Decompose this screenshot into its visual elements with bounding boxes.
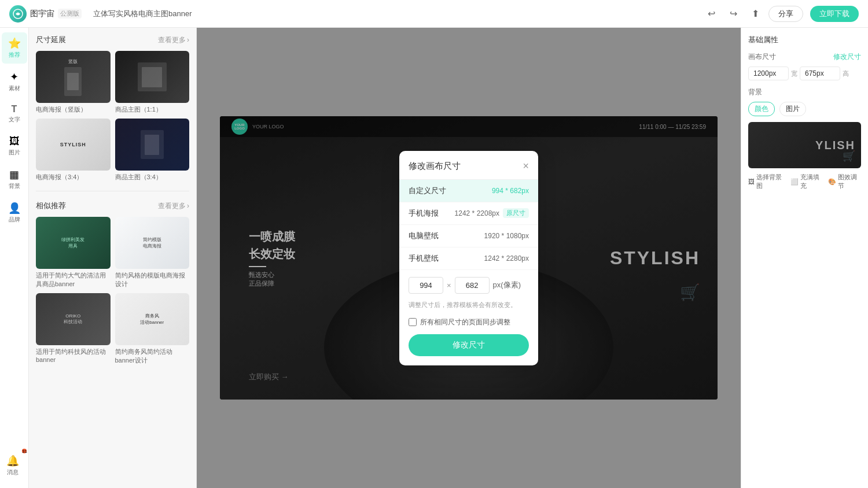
modal-confirm-button[interactable]: 修改尺寸	[409, 334, 529, 356]
similar-card-2[interactable]: ORIKO科技活动 适用于简约科技风的活动banner	[36, 293, 111, 365]
resize-modal: 修改画布尺寸 × 自定义尺寸 994 * 682px 手机海报 1242 * 2…	[399, 151, 538, 365]
sidebar-item-text[interactable]: T 文字	[2, 99, 27, 128]
sidebar-label-background: 背景	[9, 182, 20, 190]
text-icon: T	[12, 104, 17, 114]
similar-label-2: 适用于简约科技风的活动banner	[36, 347, 111, 363]
sidebar-item-brand[interactable]: 👤 品牌	[2, 197, 27, 228]
chevron-right-icon-2: ›	[187, 202, 189, 210]
modal-option-label-3: 手机壁纸	[409, 253, 439, 264]
modal-sync-checkbox[interactable]	[409, 318, 417, 326]
modal-overlay[interactable]: 修改画布尺寸 × 自定义尺寸 994 * 682px 手机海报 1242 * 2…	[197, 28, 741, 488]
similar-card-1[interactable]: 简约模版电商海报 简约风格的模版电商海报设计	[115, 217, 190, 289]
download-button[interactable]: 立即下载	[810, 6, 859, 22]
notification-dot: 31	[22, 449, 27, 453]
sidebar-item-recommend[interactable]: ⭐ 推荐	[2, 32, 27, 64]
similar-section-header: 相似推荐 查看更多 ›	[36, 201, 189, 211]
similar-template-grid: 绿拼利美发用具 适用于简约大气的清洁用具商品banner 简约模版电商海报 简约…	[36, 217, 189, 365]
similar-label-1: 简约风格的模版电商海报设计	[115, 271, 190, 289]
logo-area: 图宇宙 公测版	[9, 5, 82, 23]
template-label-3: 商品主图（3:4）	[115, 173, 190, 182]
topbar: 图宇宙 公测版 立体写实风格电商主图banner ↩ ↪ ⬆ 分享 立即下载	[0, 0, 868, 28]
modal-option-custom[interactable]: 自定义尺寸 994 * 682px	[399, 180, 538, 202]
modal-option-size-2: 1920 * 1080px	[484, 232, 529, 240]
right-section-title: 基础属性	[748, 35, 861, 45]
bell-icon: 🔔	[6, 454, 19, 467]
bg-option-image[interactable]: 图片	[779, 102, 806, 116]
bg-options-row: 颜色 图片	[748, 102, 861, 116]
size-section-header: 尺寸延展 查看更多 ›	[36, 35, 189, 45]
template-thumb-3	[115, 119, 190, 171]
sidebar-item-background[interactable]: ▦ 背景	[2, 164, 27, 195]
canvas-size-row: 画布尺寸 修改尺寸	[748, 52, 861, 62]
template-label-1: 商品主图（1:1）	[115, 105, 190, 114]
template-thumb-1	[115, 51, 190, 103]
modal-height-input[interactable]	[455, 277, 490, 294]
bg-option-color[interactable]: 颜色	[748, 102, 775, 116]
similar-section: 相似推荐 查看更多 › 绿拼利美发用具 适用于简约大气的清洁用具商品banner…	[29, 194, 196, 372]
effect-btn[interactable]: 🎨 图效调节	[828, 173, 861, 190]
panel-divider	[36, 191, 189, 191]
similar-card-0[interactable]: 绿拼利美发用具 适用于简约大气的清洁用具商品banner	[36, 217, 111, 289]
assets-icon: ✦	[10, 71, 19, 83]
template-label-0: 电商海报（竖版）	[36, 105, 111, 114]
modal-option-tag-1: 原尺寸	[503, 208, 529, 218]
project-title: 立体写实风格电商主图banner	[93, 9, 698, 19]
size-section-more[interactable]: 查看更多 ›	[158, 35, 189, 45]
brand-icon: 👤	[8, 202, 21, 215]
canvas-size-edit-btn[interactable]: 修改尺寸	[833, 52, 861, 62]
sidebar-label-recommend: 推荐	[9, 51, 20, 59]
similar-card-3[interactable]: 商务风活动banner 简约商务风简约活动banner设计	[115, 293, 190, 365]
image-select-icon: 🖼	[748, 178, 755, 185]
modal-width-input[interactable]	[409, 277, 443, 294]
size-section-title: 尺寸延展	[36, 35, 66, 45]
sidebar-item-image[interactable]: 🖼 图片	[2, 131, 27, 161]
similar-thumb-0: 绿拼利美发用具	[36, 217, 111, 269]
similar-section-more[interactable]: 查看更多 ›	[158, 201, 189, 211]
canvas-width-input[interactable]	[748, 66, 789, 80]
modal-option-label-1: 手机海报	[409, 208, 439, 219]
template-card-3[interactable]: 商品主图（3:4）	[115, 119, 190, 182]
modal-option-mobile-poster[interactable]: 手机海报 1242 * 2208px 原尺寸	[399, 202, 538, 225]
modal-title: 修改画布尺寸	[409, 161, 461, 172]
width-unit: 宽	[791, 69, 797, 78]
modal-option-label-2: 电脑壁纸	[409, 231, 439, 241]
modal-option-size-3: 1242 * 2280px	[484, 254, 529, 263]
sidebar-label-brand: 品牌	[9, 216, 20, 224]
effect-icon: 🎨	[828, 178, 836, 186]
left-panel: 尺寸延展 查看更多 › 竖版 电商海报（	[29, 28, 197, 488]
modal-option-mobile-wallpaper[interactable]: 手机壁纸 1242 * 2280px	[399, 247, 538, 270]
redo-icon[interactable]: ↪	[727, 8, 740, 20]
sidebar-label-image: 图片	[9, 149, 20, 157]
modal-unit-label: px(像素)	[493, 280, 521, 290]
bg-preview: YLISH 🛒	[748, 122, 861, 168]
size-section: 尺寸延展 查看更多 › 竖版 电商海报（	[29, 28, 196, 188]
modal-checkbox-row: 所有相同尺寸的页面同步调整	[399, 314, 538, 334]
sidebar-label-message: 消息	[7, 468, 19, 476]
fill-icon: ⬜	[790, 178, 799, 186]
share-button[interactable]: 分享	[768, 6, 803, 22]
template-card-1[interactable]: 商品主图（1:1）	[115, 51, 190, 114]
template-card-2[interactable]: STYLISH 电商海报（3:4）	[36, 119, 111, 182]
sidebar-item-message[interactable]: 🔔 31 消息	[0, 450, 25, 481]
image-icon: 🖼	[9, 135, 20, 147]
similar-section-title: 相似推荐	[36, 201, 66, 211]
fill-btn[interactable]: ⬜ 充满填充	[790, 173, 823, 190]
select-bg-btn[interactable]: 🖼 选择背景图	[748, 173, 786, 190]
canvas-size-inputs: 宽 高	[748, 66, 861, 80]
similar-label-3: 简约商务风简约活动banner设计	[115, 347, 190, 365]
modal-hint-text: 调整尺寸后，推荐模板将会有所改变。	[399, 301, 538, 314]
sidebar-label-assets: 素材	[9, 84, 20, 93]
modal-options-list: 自定义尺寸 994 * 682px 手机海报 1242 * 2208px 原尺寸…	[399, 179, 538, 270]
template-thumb-2: STYLISH	[36, 119, 111, 171]
modal-option-desktop-wallpaper[interactable]: 电脑壁纸 1920 * 1080px	[399, 225, 538, 247]
modal-close-button[interactable]: ×	[523, 160, 529, 172]
undo-icon[interactable]: ↩	[705, 8, 718, 20]
template-card-0[interactable]: 竖版 电商海报（竖版）	[36, 51, 111, 114]
background-icon: ▦	[9, 168, 19, 181]
sidebar-item-assets[interactable]: ✦ 素材	[2, 66, 27, 97]
canvas-height-input[interactable]	[800, 66, 840, 80]
upload-icon[interactable]: ⬆	[749, 8, 762, 20]
logo-icon	[9, 5, 27, 23]
similar-thumb-2: ORIKO科技活动	[36, 293, 111, 345]
height-unit: 高	[843, 69, 849, 78]
